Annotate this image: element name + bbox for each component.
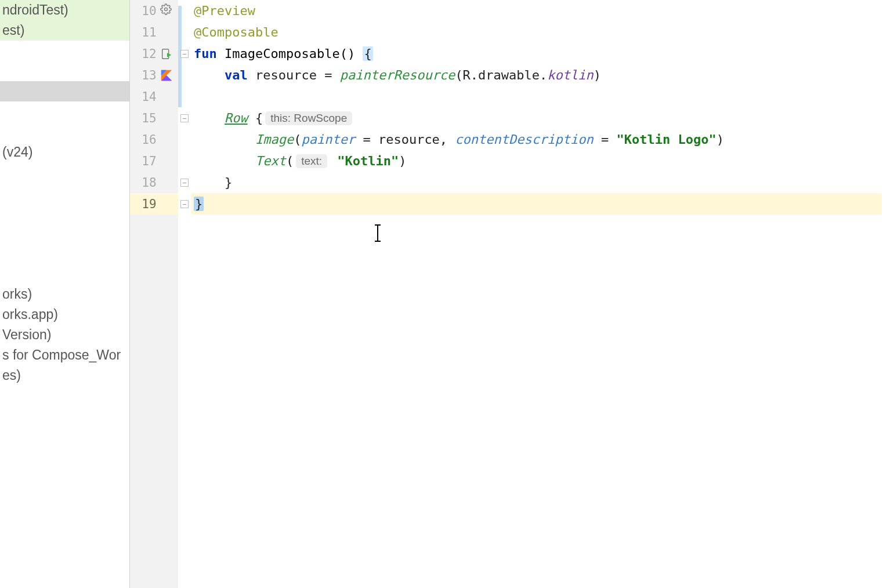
fold-collapse-icon[interactable] xyxy=(180,114,189,122)
line-number: 19 xyxy=(130,197,157,211)
line-number: 13 xyxy=(130,68,157,82)
code-line[interactable]: @Preview xyxy=(191,0,890,21)
inlay-hint: text: xyxy=(296,154,327,168)
sidebar-item[interactable]: orks) xyxy=(0,284,129,304)
kotlin-file-icon[interactable] xyxy=(160,69,173,82)
sidebar-item[interactable]: es) xyxy=(0,365,129,386)
sidebar-item-label: ndroidTest) xyxy=(2,2,68,18)
annotation: @Composable xyxy=(194,25,278,39)
named-arg: contentDescription xyxy=(455,132,593,147)
code-editor[interactable]: @Preview @Composable fun ImageComposable… xyxy=(191,0,890,588)
sidebar-item[interactable]: (v24) xyxy=(0,142,129,162)
function-name: ImageComposable() xyxy=(217,46,363,61)
gear-icon[interactable] xyxy=(160,3,172,18)
sidebar-item[interactable] xyxy=(0,81,129,101)
sidebar-item-label: s for Compose_Wor xyxy=(2,347,121,363)
string-literal: "Kotlin" xyxy=(337,154,399,168)
sidebar-item[interactable]: s for Compose_Wor xyxy=(0,345,129,365)
fold-expand-icon[interactable] xyxy=(180,200,189,208)
sidebar-item[interactable]: est) xyxy=(0,20,129,41)
scrollbar-track[interactable] xyxy=(882,0,890,588)
line-number: 18 xyxy=(130,176,157,190)
sidebar-item[interactable]: ndroidTest) xyxy=(0,0,129,20)
function-call: painterResource xyxy=(340,68,455,82)
sidebar-item-label: est) xyxy=(2,23,24,38)
line-number: 11 xyxy=(130,26,157,39)
sidebar-item[interactable]: orks.app) xyxy=(0,304,129,325)
text-caret-icon xyxy=(377,225,378,241)
line-number: 17 xyxy=(130,154,157,168)
string-literal: "Kotlin Logo" xyxy=(617,132,717,147)
annotation: @Preview xyxy=(194,3,255,18)
code-line[interactable]: Row {this: RowScope xyxy=(191,107,890,129)
sidebar-item-label: (v24) xyxy=(2,144,32,160)
sidebar-item[interactable]: Version) xyxy=(0,325,129,345)
run-preview-icon[interactable] xyxy=(160,48,173,60)
named-arg: painter xyxy=(301,132,355,147)
svg-marker-2 xyxy=(167,53,171,57)
fold-expand-icon[interactable] xyxy=(180,179,189,187)
sidebar-item-label: Version) xyxy=(2,327,51,343)
fold-collapse-icon[interactable] xyxy=(180,50,189,58)
fold-strip[interactable] xyxy=(178,0,191,588)
line-number: 12 xyxy=(130,47,157,61)
code-line[interactable]: val resource = painterResource(R.drawabl… xyxy=(191,64,890,86)
code-line[interactable] xyxy=(191,86,890,107)
svg-point-0 xyxy=(164,8,167,11)
function-call: Image xyxy=(255,132,294,147)
code-line[interactable]: } xyxy=(191,172,890,193)
function-call: Text xyxy=(255,154,286,168)
code-line[interactable]: @Composable xyxy=(191,21,890,43)
code-line-current[interactable]: } xyxy=(191,193,890,215)
keyword: val xyxy=(225,68,248,82)
line-number: 16 xyxy=(130,133,157,147)
brace-matched: { xyxy=(363,46,372,61)
function-call: Row xyxy=(225,111,248,125)
project-sidebar[interactable]: ndroidTest) est) (v24) orks) orks.app) V… xyxy=(0,0,130,588)
sidebar-item-label: orks) xyxy=(2,286,32,302)
code-line[interactable]: Image(painter = resource, contentDescrip… xyxy=(191,129,890,150)
keyword: fun xyxy=(194,46,217,61)
sidebar-item-label: orks.app) xyxy=(2,307,58,322)
line-number: 15 xyxy=(130,111,157,125)
field-ref: kotlin xyxy=(547,68,593,82)
line-number: 10 xyxy=(130,4,157,18)
sidebar-item-label: es) xyxy=(2,368,21,383)
line-number: 14 xyxy=(130,90,157,104)
inlay-hint: this: RowScope xyxy=(265,111,352,125)
code-line[interactable]: fun ImageComposable() { xyxy=(191,43,890,64)
brace-matched: } xyxy=(194,197,204,211)
code-line[interactable]: Text(text: "Kotlin") xyxy=(191,150,890,172)
